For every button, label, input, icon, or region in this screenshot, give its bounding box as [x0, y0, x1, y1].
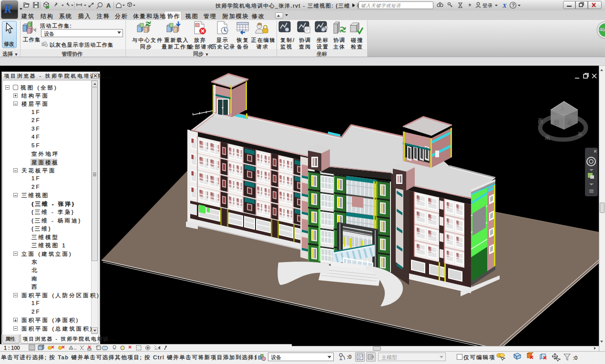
svg-text:右: 右	[567, 120, 573, 126]
svg-text:上: 上	[560, 106, 565, 111]
svg-text:?: ?	[512, 3, 515, 8]
svg-text:X: X	[502, 2, 507, 9]
svg-text:前: 前	[554, 119, 560, 126]
svg-text:南: 南	[545, 135, 550, 141]
svg-text:A: A	[106, 2, 111, 9]
svg-text:西: 西	[538, 118, 543, 124]
svg-text:东: 东	[577, 131, 583, 137]
svg-text:登录: 登录	[482, 2, 493, 8]
